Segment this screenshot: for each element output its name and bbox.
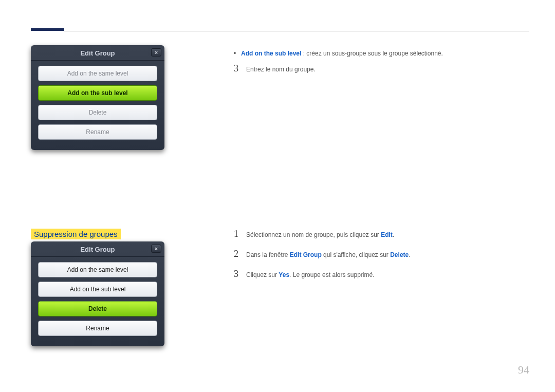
step-text: Entrez le nom du groupe.: [246, 65, 514, 74]
step-number: 2: [234, 249, 246, 259]
rename-button[interactable]: Rename: [38, 321, 157, 336]
bullet-icon: •: [234, 49, 241, 58]
t: Sélectionnez un nom de groupe, puis cliq…: [246, 231, 381, 238]
header-rule: [64, 31, 529, 31]
step-row: 3 Entrez le nom du groupe.: [234, 63, 514, 74]
instructions-delete: 1 Sélectionnez un nom de groupe, puis cl…: [234, 229, 514, 289]
dialog-title-text: Edit Group: [80, 49, 115, 57]
dialog-title-text: Edit Group: [80, 246, 115, 253]
step-row: 2 Dans la fenêtre Edit Group qui s'affic…: [234, 249, 514, 259]
step-number: 3: [234, 63, 246, 74]
dialog-title: Edit Group ×: [31, 241, 164, 257]
t: .: [409, 251, 410, 258]
add-sub-level-button[interactable]: Add on the sub level: [38, 282, 157, 297]
instructions-top: • Add on the sub level : créez un sous-g…: [234, 49, 514, 83]
bullet-bold: Add on the sub level: [241, 50, 301, 57]
t: Cliquez sur: [246, 271, 279, 278]
t: qui s'affiche, cliquez sur: [322, 251, 390, 258]
bullet-item: • Add on the sub level : créez un sous-g…: [234, 49, 514, 58]
step-number: 3: [234, 269, 246, 279]
t: Dans la fenêtre: [246, 251, 290, 258]
dialog-title: Edit Group ×: [31, 45, 164, 61]
header-accent-bar: [31, 28, 64, 31]
add-same-level-button[interactable]: Add on the same level: [38, 262, 157, 277]
bullet-rest: : créez un sous-groupe sous le groupe sé…: [301, 50, 443, 57]
t: Edit: [381, 231, 393, 238]
step-text: Dans la fenêtre Edit Group qui s'affiche…: [246, 251, 514, 259]
t: Yes: [279, 271, 289, 278]
t: Edit Group: [290, 251, 322, 258]
close-icon[interactable]: ×: [151, 245, 161, 253]
step-text: Sélectionnez un nom de groupe, puis cliq…: [246, 231, 514, 239]
close-icon[interactable]: ×: [151, 48, 161, 57]
page-number: 94: [518, 363, 529, 377]
delete-button[interactable]: Delete: [38, 301, 157, 316]
add-sub-level-button[interactable]: Add on the sub level: [38, 85, 157, 101]
t: . Le groupe est alors supprimé.: [289, 271, 374, 278]
add-same-level-button[interactable]: Add on the same level: [38, 66, 157, 81]
bullet-text: Add on the sub level : créez un sous-gro…: [241, 49, 443, 58]
step-number: 1: [234, 229, 246, 239]
dialog-body: Add on the same level Add on the sub lev…: [31, 257, 164, 336]
delete-button[interactable]: Delete: [38, 105, 157, 120]
step-text: Cliquez sur Yes. Le groupe est alors sup…: [246, 271, 514, 279]
rename-button[interactable]: Rename: [38, 124, 157, 140]
edit-group-dialog-1: Edit Group × Add on the same level Add o…: [31, 45, 164, 150]
step-row: 1 Sélectionnez un nom de groupe, puis cl…: [234, 229, 514, 239]
step-row: 3 Cliquez sur Yes. Le groupe est alors s…: [234, 269, 514, 279]
t: .: [393, 231, 394, 238]
section-heading: Suppression de groupes: [31, 229, 121, 239]
dialog-body: Add on the same level Add on the sub lev…: [31, 61, 164, 140]
edit-group-dialog-2: Edit Group × Add on the same level Add o…: [31, 241, 164, 346]
t: Delete: [390, 251, 409, 258]
